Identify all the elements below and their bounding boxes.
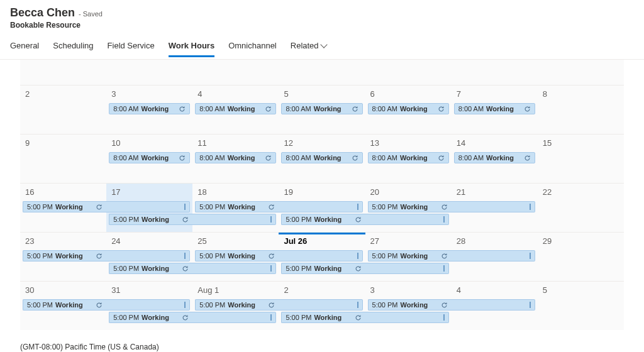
- resize-handle-icon[interactable]: [530, 253, 531, 259]
- calendar-day-cell-today[interactable]: Jul 26 5:00 PMWorking: [279, 233, 365, 281]
- calendar-day-cell[interactable]: 5 8:00 AMWorking: [279, 85, 365, 134]
- calendar-event[interactable]: 5:00 PMWorking: [281, 312, 365, 323]
- calendar-event[interactable]: [106, 250, 190, 261]
- calendar-event[interactable]: [365, 263, 449, 274]
- calendar-event[interactable]: 5:00 PMWorking: [23, 201, 106, 212]
- calendar-day-cell[interactable]: 19 5:00 PMWorking: [279, 184, 365, 232]
- calendar-event[interactable]: 8:00 AMWorking: [281, 152, 362, 163]
- calendar-event[interactable]: 8:00 AMWorking: [109, 103, 190, 114]
- calendar-event[interactable]: 5:00 PMWorking: [23, 299, 106, 311]
- calendar-event[interactable]: 5:00 PMWorking: [23, 250, 106, 261]
- calendar-event[interactable]: 5:00 PMWorking: [368, 299, 452, 311]
- calendar-day-cell[interactable]: 15: [538, 135, 624, 183]
- calendar-day-cell[interactable]: 27 5:00 PMWorking: [365, 233, 452, 281]
- calendar-event[interactable]: [365, 214, 449, 225]
- calendar-event[interactable]: [452, 299, 535, 311]
- calendar-day-cell[interactable]: 23 5:00 PMWorking: [20, 233, 106, 281]
- calendar-event[interactable]: [279, 299, 362, 311]
- calendar-event[interactable]: [192, 263, 276, 274]
- calendar-day-cell[interactable]: 4 8:00 AMWorking: [192, 85, 279, 134]
- calendar-day-cell[interactable]: 21: [452, 184, 538, 232]
- calendar-event[interactable]: 5:00 PMWorking: [195, 250, 279, 261]
- calendar-event[interactable]: [452, 201, 535, 212]
- calendar-day-cell[interactable]: 20 5:00 PMWorking: [365, 184, 452, 232]
- calendar-event[interactable]: [279, 250, 362, 261]
- calendar-day-cell[interactable]: 17 5:00 PMWorking: [106, 184, 192, 232]
- tab-field-service[interactable]: Field Service: [108, 37, 155, 57]
- calendar-day-cell[interactable]: [452, 60, 538, 85]
- resize-handle-icon[interactable]: [184, 253, 186, 259]
- calendar-day-cell[interactable]: 11 8:00 AMWorking: [192, 135, 279, 183]
- calendar-day-cell[interactable]: 25 5:00 PMWorking: [192, 233, 279, 281]
- calendar-event[interactable]: 5:00 PMWorking: [195, 299, 279, 311]
- calendar-event[interactable]: [365, 312, 449, 323]
- calendar-event[interactable]: 5:00 PMWorking: [195, 201, 279, 212]
- calendar-day-cell[interactable]: 5: [538, 282, 624, 330]
- resize-handle-icon[interactable]: [184, 204, 186, 210]
- calendar-day-cell[interactable]: 14 8:00 AMWorking: [452, 135, 538, 183]
- calendar-day-cell[interactable]: 7 8:00 AMWorking: [452, 85, 538, 134]
- calendar-day-cell[interactable]: 22: [538, 184, 624, 232]
- calendar-event[interactable]: 5:00 PMWorking: [281, 263, 365, 274]
- tab-work-hours[interactable]: Work Hours: [169, 37, 214, 57]
- calendar-event[interactable]: 8:00 AMWorking: [454, 152, 535, 163]
- calendar-event[interactable]: 5:00 PMWorking: [109, 214, 192, 225]
- calendar-day-cell[interactable]: 4: [452, 282, 538, 330]
- calendar-event[interactable]: 8:00 AMWorking: [281, 103, 362, 114]
- calendar-day-cell[interactable]: 16 5:00 PMWorking: [20, 184, 106, 232]
- calendar-event[interactable]: [452, 250, 535, 261]
- calendar-event[interactable]: 5:00 PMWorking: [109, 312, 192, 323]
- resize-handle-icon[interactable]: [357, 302, 358, 308]
- resize-handle-icon[interactable]: [270, 265, 272, 272]
- calendar-day-cell[interactable]: [365, 60, 452, 85]
- resize-handle-icon[interactable]: [184, 302, 186, 308]
- calendar-event[interactable]: [192, 214, 276, 225]
- calendar-day-cell[interactable]: [279, 60, 365, 85]
- calendar-event[interactable]: 8:00 AMWorking: [195, 152, 276, 163]
- calendar-event[interactable]: 5:00 PMWorking: [368, 201, 452, 212]
- calendar-day-cell[interactable]: 9: [20, 135, 106, 183]
- calendar-day-cell[interactable]: [192, 60, 279, 85]
- calendar-day-cell[interactable]: 13 8:00 AMWorking: [365, 135, 452, 183]
- calendar-event[interactable]: 8:00 AMWorking: [454, 103, 535, 114]
- calendar-event[interactable]: 8:00 AMWorking: [368, 152, 449, 163]
- calendar-day-cell[interactable]: [106, 60, 192, 85]
- resize-handle-icon[interactable]: [357, 253, 358, 259]
- calendar-day-cell[interactable]: [538, 60, 624, 85]
- calendar-day-cell[interactable]: 29: [538, 233, 624, 281]
- resize-handle-icon[interactable]: [443, 216, 445, 223]
- calendar-event[interactable]: 5:00 PMWorking: [368, 250, 452, 261]
- calendar-day-cell[interactable]: 24 5:00 PMWorking: [106, 233, 192, 281]
- resize-handle-icon[interactable]: [530, 204, 531, 210]
- calendar-day-cell[interactable]: 3 8:00 AMWorking: [106, 85, 192, 134]
- calendar-day-cell[interactable]: 12 8:00 AMWorking: [279, 135, 365, 183]
- tab-scheduling[interactable]: Scheduling: [53, 37, 93, 57]
- calendar-event[interactable]: [106, 299, 190, 311]
- resize-handle-icon[interactable]: [357, 204, 358, 210]
- calendar-day-cell[interactable]: 28: [452, 233, 538, 281]
- tab-related[interactable]: Related: [291, 37, 326, 57]
- calendar-day-cell[interactable]: 6 8:00 AMWorking: [365, 85, 452, 134]
- calendar-event[interactable]: 5:00 PMWorking: [109, 263, 192, 274]
- calendar-day-cell[interactable]: Aug 1 5:00 PMWorking: [192, 282, 279, 330]
- calendar-day-cell[interactable]: [20, 60, 106, 85]
- tab-omnichannel[interactable]: Omnichannel: [228, 37, 277, 57]
- calendar-event[interactable]: [192, 312, 276, 323]
- calendar-day-cell[interactable]: 10 8:00 AMWorking: [106, 135, 192, 183]
- calendar-day-cell[interactable]: 18 5:00 PMWorking: [192, 184, 279, 232]
- calendar-event[interactable]: [106, 201, 190, 212]
- tab-general[interactable]: General: [10, 37, 39, 57]
- calendar-day-cell[interactable]: 3 5:00 PMWorking: [365, 282, 452, 330]
- calendar-event[interactable]: 8:00 AMWorking: [109, 152, 190, 163]
- calendar-event[interactable]: 5:00 PMWorking: [281, 214, 365, 225]
- resize-handle-icon[interactable]: [443, 314, 445, 321]
- calendar-day-cell[interactable]: 2 5:00 PMWorking: [279, 282, 365, 330]
- calendar-event[interactable]: 8:00 AMWorking: [195, 103, 276, 114]
- calendar-event[interactable]: 8:00 AMWorking: [368, 103, 449, 114]
- calendar-day-cell[interactable]: 8: [538, 85, 624, 134]
- resize-handle-icon[interactable]: [270, 216, 272, 223]
- calendar-day-cell[interactable]: 30 5:00 PMWorking: [20, 282, 106, 330]
- resize-handle-icon[interactable]: [530, 302, 531, 308]
- calendar-day-cell[interactable]: 31 5:00 PMWorking: [106, 282, 192, 330]
- resize-handle-icon[interactable]: [443, 265, 445, 272]
